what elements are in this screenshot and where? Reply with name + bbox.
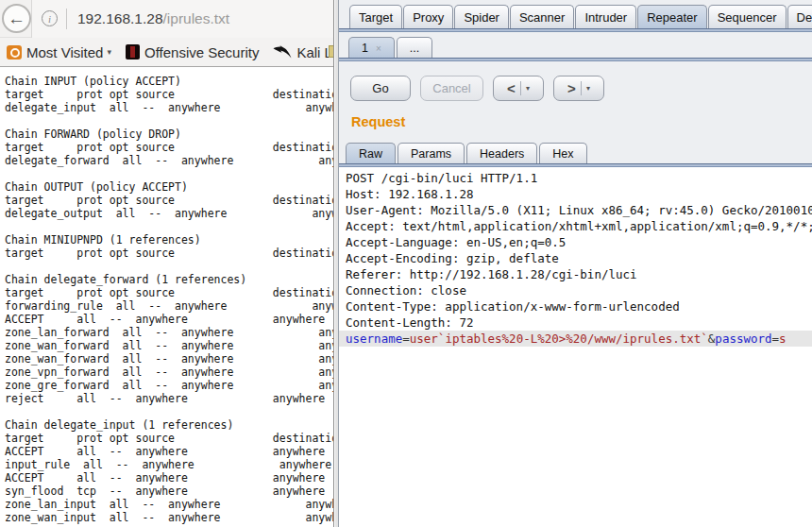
url-separator (66, 8, 67, 29)
left-arrow-icon: < (507, 80, 516, 96)
tab-repeater[interactable]: Repeater (637, 5, 706, 28)
url-path: /iprules.txt (163, 10, 230, 26)
burp-suite-window: Target Proxy Spider Scanner Intruder Rep… (338, 0, 812, 527)
bookmark-offensive-security[interactable]: Offensive Security (126, 44, 259, 60)
most-visited-folder-icon (7, 45, 22, 60)
view-tab-raw[interactable]: Raw (346, 143, 396, 163)
repeater-tab-1[interactable]: 1 × (348, 37, 395, 58)
button-divider (520, 81, 521, 95)
back-button[interactable]: ← (2, 4, 31, 33)
url-host: 192.168.1.28 (77, 10, 163, 26)
bookmark-label: Most Visited (26, 44, 103, 60)
repeater-request-tabs: 1 × ... (339, 32, 812, 58)
repeater-controls: Go Cancel < ▾ > ▾ (339, 61, 812, 101)
request-section-title: Request (339, 101, 812, 129)
dropdown-icon[interactable]: ▾ (526, 84, 530, 93)
close-icon[interactable]: × (376, 43, 381, 54)
request-headers[interactable]: POST /cgi-bin/luci HTTP/1.1 Host: 192.16… (346, 170, 812, 331)
prev-request-button[interactable]: < ▾ (493, 76, 544, 101)
view-tab-hex[interactable]: Hex (539, 143, 586, 163)
tab-target[interactable]: Target (349, 5, 402, 28)
tab-sequencer[interactable]: Sequencer (708, 5, 787, 28)
tab-decoder[interactable]: Decoder (787, 5, 812, 28)
request-body[interactable]: username=user`iptables%20-L%20>%20/www/i… (339, 331, 812, 347)
tab-proxy[interactable]: Proxy (403, 5, 453, 28)
screen: ← i 192.168.1.28/iprules.txt Most Visite… (0, 0, 812, 527)
go-button[interactable]: Go (350, 76, 411, 101)
button-divider (581, 81, 582, 95)
tab-spider[interactable]: Spider (454, 5, 509, 28)
chevron-down-icon: ▾ (107, 47, 111, 57)
tab-scanner[interactable]: Scanner (510, 5, 574, 28)
request-view-tabs: Raw Params Headers Hex (339, 129, 812, 163)
offensive-security-icon (126, 44, 140, 60)
request-editor[interactable]: POST /cgi-bin/luci HTTP/1.1 Host: 192.16… (339, 167, 812, 527)
bookmark-most-visited[interactable]: Most Visited ▾ (7, 44, 111, 60)
clipped-bookmark-icon[interactable] (329, 45, 333, 58)
view-tab-params[interactable]: Params (398, 143, 465, 163)
bookmark-label: Offensive Security (144, 44, 259, 60)
view-tab-headers[interactable]: Headers (466, 143, 537, 163)
dropdown-icon[interactable]: ▾ (586, 84, 590, 93)
url-text[interactable]: 192.168.1.28/iprules.txt (77, 10, 229, 27)
repeater-tab-label: 1 (362, 42, 368, 55)
kali-dragon-icon (273, 45, 292, 60)
browser-toolbar: ← i 192.168.1.28/iprules.txt (0, 0, 333, 38)
right-arrow-icon: > (567, 80, 576, 96)
bookmark-kali-linux[interactable]: Kali Linux (273, 44, 333, 60)
iptables-output: Chain INPUT (policy ACCEPT) target prot … (0, 67, 333, 524)
repeater-tab-more[interactable]: ... (397, 37, 432, 58)
tab-intruder[interactable]: Intruder (575, 5, 636, 28)
info-icon[interactable]: i (42, 10, 58, 26)
burp-main-tabs: Target Proxy Spider Scanner Intruder Rep… (339, 0, 812, 28)
firefox-window: ← i 192.168.1.28/iprules.txt Most Visite… (0, 0, 334, 527)
next-request-button[interactable]: > ▾ (553, 76, 604, 101)
bookmarks-bar: Most Visited ▾ Offensive Security Kali L… (0, 38, 333, 67)
cancel-button[interactable]: Cancel (420, 76, 483, 101)
url-bar[interactable]: i 192.168.1.28/iprules.txt (31, 0, 333, 38)
